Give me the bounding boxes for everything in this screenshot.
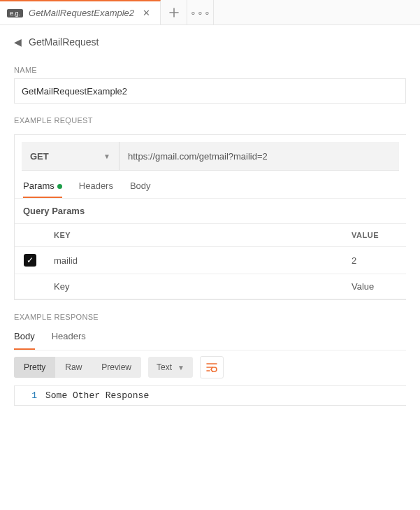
toggle-wrap-button[interactable]: [200, 356, 224, 378]
tab-body[interactable]: Body: [130, 180, 151, 198]
query-params-table: KEY VALUE ✓ mailid 2 Key Value: [15, 223, 406, 299]
response-body-editor[interactable]: 1 Some Other Response: [14, 385, 406, 406]
query-params-title: Query Params: [15, 198, 406, 223]
param-key[interactable]: mailid: [45, 247, 343, 274]
response-type-value: Text: [157, 362, 172, 372]
request-sub-tabs: Params Headers Body: [15, 171, 406, 198]
table-row: ✓ mailid 2: [15, 247, 406, 274]
line-number: 1: [15, 390, 45, 401]
response-toolbar: Pretty Raw Preview Text ▼: [0, 350, 420, 385]
tab-title: GetMailRequestExample2: [29, 8, 134, 18]
new-param-value-input[interactable]: Value: [343, 274, 406, 299]
params-active-dot-icon: [57, 184, 62, 189]
tab-headers[interactable]: Headers: [79, 180, 113, 198]
col-value: VALUE: [343, 224, 406, 247]
view-raw-button[interactable]: Raw: [55, 357, 92, 378]
close-icon[interactable]: ✕: [140, 8, 153, 18]
param-value[interactable]: 2: [343, 247, 406, 274]
http-method-value: GET: [30, 151, 49, 162]
chevron-down-icon: ▼: [178, 364, 184, 371]
response-tab-body[interactable]: Body: [14, 331, 35, 350]
tab-overflow-button[interactable]: ∘∘∘: [187, 0, 214, 24]
table-row-new: Key Value: [15, 274, 406, 299]
view-pretty-button[interactable]: Pretty: [14, 357, 55, 378]
col-check: [15, 224, 45, 247]
back-icon[interactable]: ◀: [14, 36, 22, 48]
breadcrumb: ◀ GetMailRequest: [0, 25, 420, 53]
request-panel: GET ▼ Params Headers Body Query Params K…: [14, 134, 406, 300]
tab-active[interactable]: e.g. GetMailRequestExample2 ✕: [0, 0, 161, 24]
row-checkbox[interactable]: ✓: [24, 254, 36, 267]
col-key: KEY: [45, 224, 343, 247]
tab-bar: e.g. GetMailRequestExample2 ✕ ∘∘∘: [0, 0, 420, 25]
chevron-down-icon: ▼: [103, 153, 110, 160]
example-name-input[interactable]: [14, 78, 406, 104]
request-url-input[interactable]: [120, 142, 399, 170]
wrap-lines-icon: [206, 362, 217, 372]
view-preview-button[interactable]: Preview: [92, 357, 141, 378]
new-param-key-input[interactable]: Key: [45, 274, 343, 299]
response-body-line: Some Other Response: [45, 390, 149, 401]
response-sub-tabs: Body Headers: [14, 325, 406, 350]
response-type-select[interactable]: Text ▼: [148, 357, 193, 378]
new-tab-button[interactable]: [161, 0, 187, 24]
request-section-label: EXAMPLE REQUEST: [0, 104, 420, 129]
tab-params[interactable]: Params: [23, 180, 62, 198]
response-tab-headers[interactable]: Headers: [52, 331, 86, 350]
name-section-label: NAME: [0, 53, 420, 78]
url-row: GET ▼: [22, 142, 399, 171]
http-method-select[interactable]: GET ▼: [22, 142, 120, 170]
breadcrumb-parent[interactable]: GetMailRequest: [29, 36, 99, 48]
example-badge: e.g.: [7, 9, 23, 17]
response-section-label: EXAMPLE RESPONSE: [0, 300, 420, 325]
tab-params-label: Params: [23, 180, 55, 191]
view-mode-segment: Pretty Raw Preview: [14, 357, 141, 378]
